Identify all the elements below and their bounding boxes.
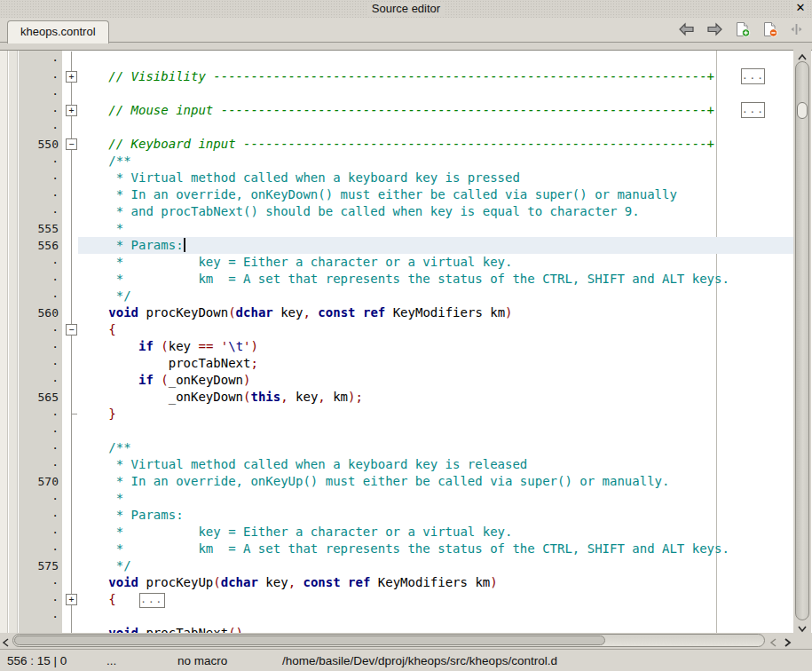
fold-marker[interactable]: + [66,105,77,116]
code-text[interactable]: * Params: [78,507,793,524]
code-text[interactable] [78,51,793,68]
code-line[interactable]: 550− // Keyboard input -----------------… [0,136,793,153]
code-line[interactable]: · procTabNext; [0,355,793,372]
previous-arrow-icon[interactable] [678,22,695,40]
code-line[interactable]: · * Virtual method called when a keyboar… [0,170,793,186]
code-line[interactable]: · * [0,490,793,507]
collapsed-fold-box[interactable]: ... [741,68,765,84]
code-text[interactable]: * key = Either a character or a virtual … [78,254,793,271]
code-line[interactable]: 575 */ [0,557,793,574]
code-text[interactable]: * In an override, onKeyUp() must either … [78,473,793,490]
code-text[interactable]: * km = A set that represents the status … [78,541,793,557]
code-line[interactable]: · * key = Either a character or a virtua… [0,524,793,541]
horizontal-scrollbar[interactable] [0,633,812,649]
code-line[interactable]: 565 _onKeyDown(this, key, km); [0,389,793,406]
code-text[interactable]: * Virtual method called when a keyboard … [78,170,793,186]
scroll-left-icon[interactable] [1,635,12,646]
code-text[interactable]: procTabNext; [78,355,793,372]
tab-kheops-control[interactable]: kheops.control [7,20,109,43]
scroll-right-icon[interactable] [782,635,792,646]
code-line[interactable]: · * In an override, onKeyDown() must eit… [0,186,793,203]
code-line[interactable]: 560 void procKeyDown(dchar key, const re… [0,304,793,321]
horizontal-scrollbar-track[interactable] [12,634,765,647]
code-text[interactable]: * key = Either a character or a virtual … [78,524,793,541]
next-arrow-icon[interactable] [706,22,723,40]
code-line[interactable]: · [0,119,793,136]
code-line[interactable]: ·− { [0,321,793,338]
code-line[interactable]: · [0,85,793,102]
code-text[interactable]: * [78,220,793,237]
code-text[interactable]: {... [78,591,793,608]
scroll-up-icon[interactable] [796,51,808,61]
code-text[interactable]: // Keyboard input ----------------------… [78,136,793,153]
code-line[interactable]: 555 * [0,220,793,237]
code-line[interactable]: · } [0,406,793,422]
code-text[interactable]: /** [78,153,793,170]
collapsed-fold-box[interactable]: ... [139,593,165,608]
collapsed-fold-box[interactable]: ... [741,102,765,118]
code-line[interactable]: · * and procTabNext() should be called w… [0,203,793,220]
scroll-left2-icon[interactable] [769,635,779,646]
code-line[interactable]: · [0,608,793,625]
code-line[interactable]: · /** [0,439,793,456]
current-code-text[interactable]: * Params: [78,237,793,254]
fold-margin-cell: + [62,591,78,608]
code-text[interactable]: _onKeyDown(this, key, km); [78,389,793,406]
code-line[interactable]: · * km = A set that represents the statu… [0,271,793,288]
close-icon[interactable]: ✕ [793,1,808,15]
code-text[interactable]: * and procTabNext() should be called whe… [78,203,793,220]
code-text[interactable]: * In an override, onKeyDown() must eithe… [78,186,793,203]
code-text[interactable]: { [78,321,793,338]
code-line[interactable]: · if (_onKeyDown) [0,372,793,389]
code-text[interactable] [78,422,793,439]
scroll-down-icon[interactable] [796,621,808,632]
code-line[interactable]: ·+ // Mouse input ----------------------… [0,102,793,119]
code-line[interactable]: · void procTabNext() [0,625,793,633]
code-text[interactable]: if (key == '\t') [78,338,793,355]
code-line[interactable]: · [0,422,793,439]
code-text[interactable]: if (_onKeyDown) [78,372,793,389]
code-line[interactable]: · [0,51,793,68]
code-text[interactable]: * Virtual method called when a keyboard … [78,456,793,473]
code-text[interactable]: // Mouse input -------------------------… [78,102,793,119]
code-text[interactable]: void procKeyUp(dchar key, const ref KeyM… [78,574,793,591]
code-line[interactable]: · void procKeyUp(dchar key, const ref Ke… [0,574,793,591]
code-line[interactable]: · * key = Either a character or a virtua… [0,254,793,271]
code-line[interactable]: ·+ {... [0,591,793,608]
fold-marker[interactable]: − [66,324,77,336]
fold-marker[interactable]: − [66,138,77,150]
code-text[interactable]: * km = A set that represents the status … [78,271,793,288]
code-line[interactable]: ·+ // Visibility -----------------------… [0,68,793,85]
vertical-scrollbar[interactable] [793,50,811,633]
line-number: · [0,541,62,557]
code-text[interactable] [78,119,793,136]
split-view-icon[interactable] [790,22,803,40]
horizontal-scrollbar-thumb[interactable] [14,635,605,645]
vertical-scrollbar-thumb[interactable] [797,102,808,119]
new-document-icon[interactable] [735,21,751,41]
code-editor[interactable]: ··+ // Visibility ----------------------… [0,50,812,633]
fold-marker[interactable]: + [66,71,77,83]
code-text[interactable]: void procKeyDown(dchar key, const ref Ke… [78,304,793,321]
code-line[interactable]: · */ [0,288,793,304]
code-text[interactable]: /** [78,439,793,456]
vertical-scrollbar-track[interactable] [795,61,809,620]
code-text[interactable]: */ [78,288,793,304]
code-line[interactable]: · if (key == '\t') [0,338,793,355]
code-text[interactable] [78,85,793,102]
close-document-icon[interactable] [762,21,778,41]
code-text[interactable]: */ [78,557,793,574]
code-line[interactable]: 570 * In an override, onKeyUp() must eit… [0,473,793,490]
fold-margin-cell: − [62,321,78,338]
code-text[interactable]: void procTabNext() [78,625,793,633]
code-line[interactable]: · * km = A set that represents the statu… [0,541,793,557]
code-text[interactable] [78,608,793,625]
code-line[interactable]: · * Params: [0,507,793,524]
code-line[interactable]: · * Virtual method called when a keyboar… [0,456,793,473]
code-text[interactable]: * [78,490,793,507]
code-text[interactable]: } [78,406,793,422]
fold-marker[interactable]: + [66,594,77,605]
code-line[interactable]: 556 * Params: [0,237,793,254]
code-line[interactable]: · /** [0,153,793,170]
code-text[interactable]: // Visibility --------------------------… [78,68,793,85]
